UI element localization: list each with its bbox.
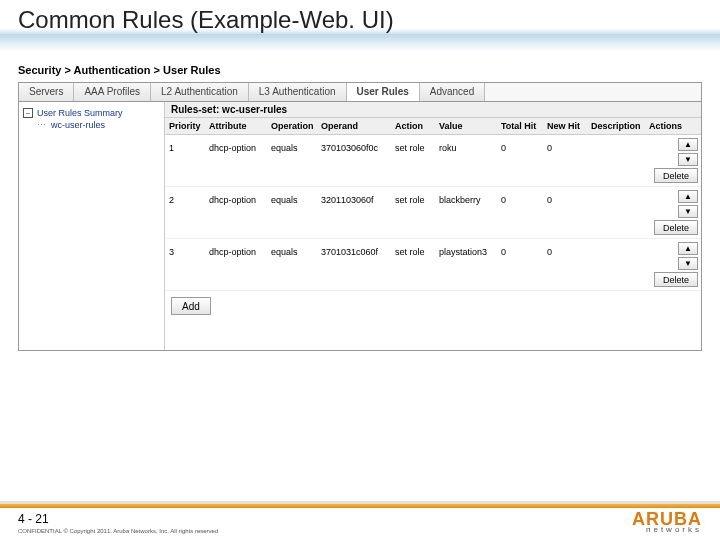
cell xyxy=(587,239,645,290)
table-row: 3dhcp-optionequals3701031c060fset rolepl… xyxy=(165,239,701,291)
col-header: Operation xyxy=(267,118,317,134)
cell xyxy=(587,135,645,186)
cell: dhcp-option xyxy=(205,187,267,238)
tab-bar: ServersAAA ProfilesL2 AuthenticationL3 A… xyxy=(18,82,702,101)
tree-root-label: User Rules Summary xyxy=(37,108,123,118)
delete-button[interactable]: Delete xyxy=(654,272,698,287)
move-up-button[interactable]: ▲ xyxy=(678,138,698,151)
col-header: Total Hit xyxy=(497,118,543,134)
cell: equals xyxy=(267,187,317,238)
tab-servers[interactable]: Servers xyxy=(19,83,74,101)
cell: set role xyxy=(391,187,435,238)
cell: 3701031c060f xyxy=(317,239,391,290)
slide-footer: 4 - 21 CONFIDENTIAL © Copyright 2011. Ar… xyxy=(0,501,720,540)
col-header: New Hit xyxy=(543,118,587,134)
delete-button[interactable]: Delete xyxy=(654,168,698,183)
cell: roku xyxy=(435,135,497,186)
move-down-button[interactable]: ▼ xyxy=(678,257,698,270)
col-header: Operand xyxy=(317,118,391,134)
cell: 0 xyxy=(497,239,543,290)
move-up-button[interactable]: ▲ xyxy=(678,242,698,255)
cell: 0 xyxy=(543,135,587,186)
actions-cell: ▲▼Delete xyxy=(645,239,701,290)
cell: blackberry xyxy=(435,187,497,238)
tree-child[interactable]: ⋯ wc-user-rules xyxy=(37,120,160,130)
cell: 370103060f0c xyxy=(317,135,391,186)
slide-title: Common Rules (Example-Web. UI) xyxy=(0,0,720,52)
col-header: Description xyxy=(587,118,645,134)
rules-grid: Rules-set: wc-user-rules PriorityAttribu… xyxy=(165,102,701,350)
move-down-button[interactable]: ▼ xyxy=(678,205,698,218)
col-header: Value xyxy=(435,118,497,134)
tab-l2-authentication[interactable]: L2 Authentication xyxy=(151,83,249,101)
cell: 3201103060f xyxy=(317,187,391,238)
tab-l3-authentication[interactable]: L3 Authentication xyxy=(249,83,347,101)
cell xyxy=(587,187,645,238)
actions-cell: ▲▼Delete xyxy=(645,187,701,238)
delete-button[interactable]: Delete xyxy=(654,220,698,235)
cell: 2 xyxy=(165,187,205,238)
tree-child-label: wc-user-rules xyxy=(51,120,105,130)
cell: 1 xyxy=(165,135,205,186)
tab-advanced[interactable]: Advanced xyxy=(420,83,485,101)
tree-branch-icon: ⋯ xyxy=(37,120,47,130)
col-header: Action xyxy=(391,118,435,134)
cell: 0 xyxy=(497,187,543,238)
cell: dhcp-option xyxy=(205,239,267,290)
main-panel: − User Rules Summary ⋯ wc-user-rules Rul… xyxy=(18,101,702,351)
tree-nav: − User Rules Summary ⋯ wc-user-rules xyxy=(19,102,165,350)
cell: equals xyxy=(267,239,317,290)
cell: set role xyxy=(391,135,435,186)
confidential-text: CONFIDENTIAL © Copyright 2011. Aruba Net… xyxy=(18,528,218,534)
move-down-button[interactable]: ▼ xyxy=(678,153,698,166)
grid-title: Rules-set: wc-user-rules xyxy=(165,102,701,118)
table-row: 2dhcp-optionequals3201103060fset rolebla… xyxy=(165,187,701,239)
tab-user-rules[interactable]: User Rules xyxy=(347,83,420,101)
cell: set role xyxy=(391,239,435,290)
tab-aaa-profiles[interactable]: AAA Profiles xyxy=(74,83,151,101)
tree-root[interactable]: − User Rules Summary xyxy=(23,108,160,118)
cell: 3 xyxy=(165,239,205,290)
add-button[interactable]: Add xyxy=(171,297,211,315)
cell: 0 xyxy=(543,239,587,290)
move-up-button[interactable]: ▲ xyxy=(678,190,698,203)
collapse-icon[interactable]: − xyxy=(23,108,33,118)
cell: dhcp-option xyxy=(205,135,267,186)
cell: playstation3 xyxy=(435,239,497,290)
page-number: 4 - 21 xyxy=(18,512,218,526)
cell: 0 xyxy=(543,187,587,238)
table-row: 1dhcp-optionequals370103060f0cset rolero… xyxy=(165,135,701,187)
actions-cell: ▲▼Delete xyxy=(645,135,701,186)
breadcrumb: Security > Authentication > User Rules xyxy=(18,64,702,76)
cell: 0 xyxy=(497,135,543,186)
col-header: Attribute xyxy=(205,118,267,134)
grid-header-row: PriorityAttributeOperationOperandActionV… xyxy=(165,118,701,135)
col-header: Priority xyxy=(165,118,205,134)
col-header: Actions xyxy=(645,118,701,134)
brand-logo: ARUBA networks xyxy=(632,512,702,534)
cell: equals xyxy=(267,135,317,186)
